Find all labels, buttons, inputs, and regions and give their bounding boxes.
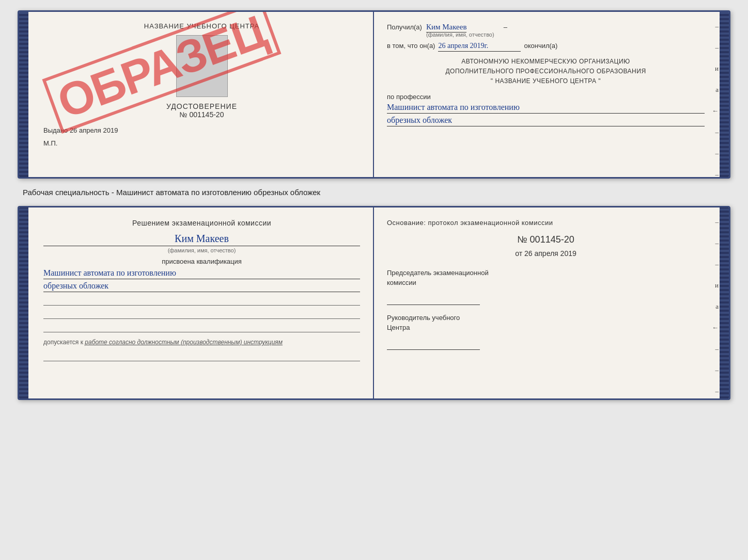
marker-b1: – xyxy=(715,218,719,226)
empty-line-4 xyxy=(43,351,360,361)
marker-b3: – xyxy=(715,260,719,268)
dash-separator: – xyxy=(504,23,507,31)
date-value: 26 апреля 2019г. xyxy=(438,42,521,52)
date-field: в том, что он(а) 26 апреля 2019г. окончи… xyxy=(387,42,705,52)
chairman-label: Председатель экзаменационной комиссии xyxy=(387,268,705,288)
chairman-label2: комиссии xyxy=(387,279,416,286)
chairman-label1: Председатель экзаменационной xyxy=(387,269,489,277)
commission-title: Решением экзаменационной комиссии xyxy=(43,218,360,229)
head-block: Руководитель учебного Центра xyxy=(387,313,705,350)
right-markers-top: – – и а ← – – – – xyxy=(712,22,719,179)
profession-block: по профессии Машинист автомата по изгото… xyxy=(387,93,705,126)
marker-b4: и xyxy=(715,281,719,290)
marker-b2: – xyxy=(715,239,719,247)
marker-b7: – xyxy=(715,345,719,353)
qualification-label: присвоена квалификация xyxy=(43,258,360,265)
certificate-block: УДОСТОВЕРЕНИЕ № 001145-20 xyxy=(43,102,360,119)
marker-b6: ← xyxy=(712,324,719,332)
bottom-document: Решением экзаменационной комиссии Ким Ма… xyxy=(18,206,730,400)
issued-line: Выдано 26 апреля 2019 xyxy=(43,126,360,134)
marker-b5: а xyxy=(715,302,719,311)
head-label1: Руководитель учебного xyxy=(387,314,460,322)
certificate-label: УДОСТОВЕРЕНИЕ xyxy=(43,102,360,110)
basis-text: Основание: протокол экзаменационной коми… xyxy=(387,218,705,228)
document-container: НАЗВАНИЕ УЧЕБНОГО ЦЕНТРА УДОСТОВЕРЕНИЕ №… xyxy=(18,10,730,400)
recipient-line: Получил(а) Ким Макеев (фамилия, имя, отч… xyxy=(387,22,705,38)
training-center-title: НАЗВАНИЕ УЧЕБНОГО ЦЕНТРА xyxy=(43,22,360,30)
org-text: АВТОНОМНУЮ НЕКОММЕРЧЕСКУЮ ОРГАНИЗАЦИЮ ДО… xyxy=(387,57,705,87)
bottom-left-content: Решением экзаменационной комиссии Ким Ма… xyxy=(32,218,360,361)
chairman-block: Председатель экзаменационной комиссии xyxy=(387,268,705,305)
marker-7: – xyxy=(715,149,719,157)
qualification-line2: обрезных обложек xyxy=(43,281,360,292)
top-doc-right: Получил(а) Ким Макеев (фамилия, имя, отч… xyxy=(374,12,729,177)
specialty-text: Рабочая специальность - Машинист автомат… xyxy=(18,188,730,197)
marker-8: – xyxy=(715,170,719,179)
photo-placeholder xyxy=(176,35,228,97)
certificate-number: № 001145-20 xyxy=(43,110,360,119)
date-prefix: от xyxy=(515,249,522,258)
top-left-content: НАЗВАНИЕ УЧЕБНОГО ЦЕНТРА УДОСТОВЕРЕНИЕ №… xyxy=(32,22,360,147)
finished-label: окончил(а) xyxy=(524,42,557,50)
org-line2: ДОПОЛНИТЕЛЬНОГО ПРОФЕССИОНАЛЬНОГО ОБРАЗО… xyxy=(445,68,646,75)
head-label2: Центра xyxy=(387,324,410,331)
bottom-doc-left: Решением экзаменационной комиссии Ким Ма… xyxy=(19,207,374,398)
empty-line-3 xyxy=(43,322,360,332)
marker-6: – xyxy=(715,128,719,136)
right-markers-bottom: – – – и а ← – – – – xyxy=(712,218,719,400)
recipient-block: Ким Макеев (фамилия, имя, отчество) xyxy=(426,22,494,38)
top-document: НАЗВАНИЕ УЧЕБНОГО ЦЕНТРА УДОСТОВЕРЕНИЕ №… xyxy=(18,10,730,179)
marker-4: а xyxy=(715,86,719,94)
org-line1: АВТОНОМНУЮ НЕКОММЕРЧЕСКУЮ ОРГАНИЗАЦИЮ xyxy=(461,58,630,65)
date-prefix: в том, что он(а) xyxy=(387,42,435,50)
org-line3: " НАЗВАНИЕ УЧЕБНОГО ЦЕНТРА " xyxy=(491,77,601,85)
date-line: от 26 апреля 2019 xyxy=(387,249,705,258)
person-name: Ким Макеев xyxy=(43,233,360,246)
head-label: Руководитель учебного Центра xyxy=(387,313,705,333)
bottom-right-content: Основание: протокол экзаменационной коми… xyxy=(387,218,716,350)
profession-line1: Машинист автомата по изготовлению xyxy=(387,103,705,114)
qualification-line1: Машинист автомата по изготовлению xyxy=(43,268,360,279)
top-doc-left: НАЗВАНИЕ УЧЕБНОГО ЦЕНТРА УДОСТОВЕРЕНИЕ №… xyxy=(19,12,374,177)
issued-date: 26 апреля 2019 xyxy=(70,126,118,134)
marker-b8: – xyxy=(715,366,719,374)
date-value: 26 апреля 2019 xyxy=(524,249,576,258)
person-sublabel: (фамилия, имя, отчество) xyxy=(43,247,360,253)
marker-5: ← xyxy=(712,107,719,115)
admission-text: допускается к работе согласно должностны… xyxy=(43,338,360,347)
mp-label: М.П. xyxy=(43,139,360,147)
bottom-doc-right: Основание: протокол экзаменационной коми… xyxy=(374,207,729,398)
empty-line-2 xyxy=(43,309,360,319)
issued-text: Выдано xyxy=(43,126,68,134)
marker-2: – xyxy=(715,43,719,52)
protocol-number: № 001145-20 xyxy=(387,234,705,245)
admission-italic: работе согласно должностным (производств… xyxy=(85,339,283,346)
head-sig-line xyxy=(387,341,480,350)
profession-label: по профессии xyxy=(387,93,705,101)
marker-1: – xyxy=(715,22,719,30)
top-right-content: Получил(а) Ким Макеев (фамилия, имя, отч… xyxy=(387,22,716,126)
chairman-sig-line xyxy=(387,296,480,305)
profession-line2: обрезных обложек xyxy=(387,116,705,126)
admission-label: допускается к xyxy=(43,339,83,346)
empty-line-1 xyxy=(43,295,360,306)
marker-b9: – xyxy=(715,387,719,395)
marker-3: и xyxy=(715,65,719,73)
recipient-sublabel: (фамилия, имя, отчество) xyxy=(426,31,494,38)
recipient-prefix: Получил(а) xyxy=(387,23,422,31)
